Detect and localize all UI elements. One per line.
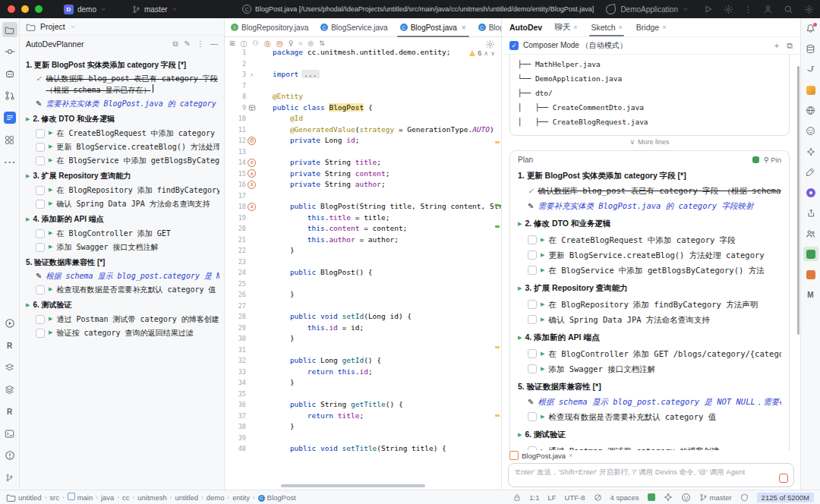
run-item-icon[interactable]: ▶ [541, 364, 544, 374]
chat-input[interactable]: 'Enter' 发送，'Shift+Enter' 开启新行, '/' 调用 De… [508, 463, 794, 487]
target-icon[interactable]: ◎ [308, 39, 314, 49]
context-chip[interactable]: BlogPost.java × [508, 449, 794, 463]
window-controls[interactable] [8, 5, 43, 13]
status-text-4-spaces[interactable]: 4 spaces [610, 493, 639, 502]
notifications-icon[interactable] [803, 21, 818, 36]
entity-a-icon[interactable]: ⓐ [264, 39, 271, 49]
checkbox[interactable] [528, 250, 537, 260]
run-button[interactable] [704, 5, 713, 14]
status-green-plugin[interactable] [648, 493, 655, 501]
share-icon[interactable] [803, 206, 818, 220]
next-problem-icon[interactable]: ∨ [490, 50, 495, 57]
close-tab-icon[interactable]: × [573, 24, 577, 31]
layers-icon[interactable] [2, 382, 17, 397]
run-group-icon[interactable]: ▶ [26, 113, 30, 124]
plan-item[interactable]: ▶在 BlogService 中添加 getBlogsByCategory() … [518, 265, 781, 276]
run-item-icon[interactable]: ▶ [49, 242, 52, 252]
breadcrumb-item[interactable]: unitmesh [137, 493, 167, 502]
run-item-icon[interactable]: ▶ [49, 156, 52, 165]
breadcrumb-item[interactable]: demo [207, 493, 225, 502]
run-group-icon[interactable]: ▶ [518, 282, 522, 295]
run-group-icon[interactable]: ▶ [518, 218, 522, 230]
chat-scroll-area[interactable]: ├── MathHelper.java└── DemoApplication.j… [502, 54, 797, 450]
gradle-icon[interactable] [803, 62, 818, 77]
editor-tab-blogservice-java[interactable]: CBlogService.java [314, 18, 393, 36]
run-item-icon[interactable]: ▶ [49, 185, 52, 195]
status-memory-2125-of-5200m[interactable]: 2125 of 5200M [757, 493, 814, 502]
file-path-widget[interactable]: C BlogPost.java [/Users/phodal/IdeaProje… [242, 5, 599, 14]
hide-panel-icon[interactable]: — [210, 39, 218, 49]
autodev-icon[interactable] [2, 66, 17, 81]
plan-item[interactable]: ▶验证按 category 查询的返回结果过滤 [26, 328, 219, 339]
checkbox[interactable] [528, 364, 537, 373]
checkbox[interactable] [36, 285, 45, 295]
history-icon[interactable]: ⧉ [787, 41, 793, 51]
maximize-window-icon[interactable] [35, 5, 43, 13]
code-editor[interactable]: ⊞ⓘ⚇ⓐⓜ♀⌗◎⇅ 6 ∧ ∨ 1package cc.unitmesh.unt… [225, 37, 501, 490]
status-text-1-1[interactable]: 1:1 [529, 493, 539, 502]
plan-item[interactable]: ▶确认 Spring Data JPA 方法命名查询支持 [518, 314, 781, 326]
inspections-widget[interactable]: 6 ∧ ∨ [469, 49, 495, 57]
stripe-warning-mark[interactable] [495, 414, 500, 417]
run-group-icon[interactable]: ▶ [518, 332, 522, 344]
run-item-icon[interactable]: ▶ [541, 265, 544, 276]
translation-icon[interactable] [803, 103, 818, 118]
checkbox[interactable] [36, 315, 45, 324]
more-lines-toggle[interactable]: ∨ More lines [508, 138, 791, 146]
checkbox[interactable] [528, 266, 537, 275]
more-icon[interactable]: ⋯ [2, 154, 17, 169]
remove-chip-icon[interactable]: × [569, 452, 572, 459]
spark-icon[interactable] [803, 144, 818, 159]
run-item-icon[interactable]: ▶ [541, 235, 544, 245]
more-vertical-icon[interactable]: ⋮ [197, 39, 204, 49]
breadcrumb-item[interactable]: main [68, 493, 93, 502]
run-item-icon[interactable]: ▶ [49, 285, 52, 295]
checkbox[interactable] [528, 349, 537, 358]
plan-item[interactable]: ▶通过 Postman 测试带 category 的博客创建 [26, 314, 219, 325]
run-item-icon[interactable]: ▶ [49, 199, 52, 209]
tab-sketch[interactable]: Sketch× [589, 18, 623, 36]
terminal-icon[interactable] [2, 426, 17, 441]
plan-item[interactable]: ▶检查现有数据是否需要补充默认 category 值 [26, 285, 219, 295]
plan-item[interactable]: ▶更新 BlogService.createBlog() 方法处理 [26, 142, 219, 153]
plan-item[interactable]: ▶确认 Spring Data JPA 方法命名查询支持 [26, 199, 219, 209]
composer-mode-checkbox[interactable]: ✓ [509, 41, 519, 50]
r-plugin-icon[interactable]: R [2, 404, 17, 419]
services-icon[interactable] [2, 360, 17, 375]
snapshot-icon[interactable]: ⌗ [298, 39, 302, 49]
more-actions-icon[interactable]: ⋮ [744, 5, 752, 14]
breadcrumb-item[interactable]: java [101, 493, 114, 502]
plan-item[interactable]: ▶在 CreateBlogRequest 中添加 category 字段 [26, 128, 219, 139]
settings-run-icon[interactable] [724, 5, 733, 14]
vertical-scrollbar[interactable] [797, 66, 800, 335]
plugin-bee-icon[interactable] [803, 83, 818, 97]
prev-problem-icon[interactable]: ∧ [484, 50, 488, 57]
breadcrumb-item[interactable]: entity [232, 493, 250, 502]
branch-widget[interactable]: master [128, 4, 182, 15]
planner-icon[interactable] [2, 110, 17, 125]
status-branch-master[interactable]: master [699, 493, 732, 502]
checkbox[interactable] [36, 143, 45, 152]
structure-icon[interactable] [2, 132, 17, 147]
plan-item[interactable]: ▶在 BlogController 添加 GET /blogs/category… [518, 348, 781, 360]
minimize-window-icon[interactable] [21, 5, 29, 13]
run-item-icon[interactable]: ▶ [541, 299, 544, 310]
checkbox[interactable] [36, 329, 45, 338]
checkbox[interactable] [528, 235, 537, 244]
editor-settings-gear-icon[interactable] [485, 39, 495, 49]
version-control-icon[interactable] [2, 470, 17, 485]
checkbox[interactable] [36, 200, 45, 209]
breadcrumb-item[interactable]: cc [122, 493, 130, 502]
run-item-icon[interactable]: ▶ [541, 314, 544, 325]
run-item-icon[interactable]: ▶ [541, 250, 544, 260]
close-window-icon[interactable] [8, 5, 15, 13]
project-tool-window-header[interactable]: Project [20, 18, 224, 36]
breadcrumb-item[interactable]: untitled [175, 493, 198, 502]
checkbox[interactable] [528, 315, 537, 324]
checkbox[interactable] [36, 243, 45, 252]
checkbox[interactable] [36, 129, 45, 138]
project-folder-icon[interactable] [2, 22, 17, 37]
close-tab-icon[interactable]: × [619, 24, 623, 31]
tab-bridge[interactable]: Bridge× [635, 18, 668, 36]
plan-item[interactable]: ▶添加 Swagger 接口文档注解 [26, 242, 219, 253]
